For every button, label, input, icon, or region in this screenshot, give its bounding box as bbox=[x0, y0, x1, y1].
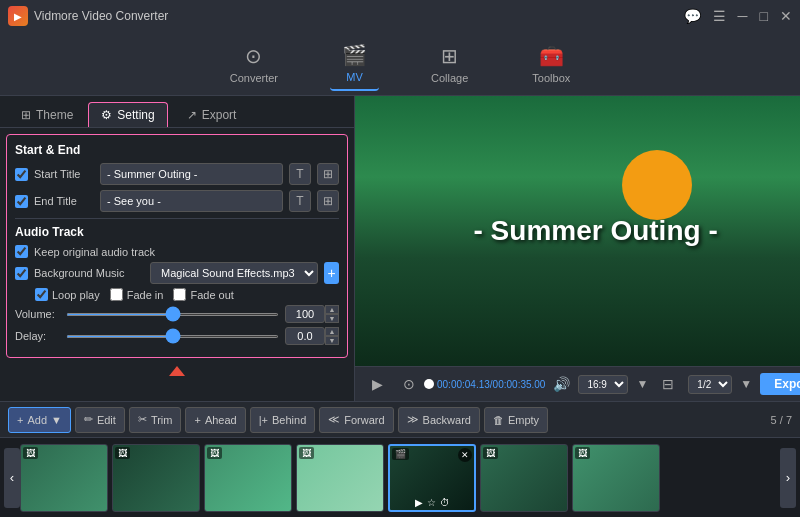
play-btn[interactable]: ▶ bbox=[365, 372, 389, 396]
background-music-checkbox[interactable] bbox=[15, 267, 28, 280]
maximize-btn[interactable]: □ bbox=[760, 8, 768, 24]
loop-play-checkbox[interactable] bbox=[35, 288, 48, 301]
backward-label: Backward bbox=[423, 414, 471, 426]
film-item-5-delete[interactable]: ✕ bbox=[458, 448, 472, 462]
layout-btn[interactable]: ⊟ bbox=[656, 372, 680, 396]
empty-label: Empty bbox=[508, 414, 539, 426]
film-clock-btn[interactable]: ⏱ bbox=[440, 497, 450, 508]
behind-icon: |+ bbox=[259, 414, 268, 426]
page-dropdown-icon[interactable]: ▼ bbox=[740, 377, 752, 391]
film-item-6[interactable]: 🖼 bbox=[480, 444, 568, 512]
nav-bar: ⊙ Converter 🎬 MV ⊞ Collage 🧰 Toolbox bbox=[0, 32, 800, 96]
time-display: 00:00:04.13/00:00:35.00 bbox=[437, 379, 545, 390]
music-file-select[interactable]: Magical Sound Effects.mp3 bbox=[150, 262, 318, 284]
nav-toolbox[interactable]: 🧰 Toolbox bbox=[520, 38, 582, 90]
ratio-dropdown-icon[interactable]: ▼ bbox=[636, 377, 648, 391]
app-icon: ▶ bbox=[8, 6, 28, 26]
forward-btn[interactable]: ≪ Forward bbox=[319, 407, 393, 433]
end-title-checkbox[interactable] bbox=[15, 195, 28, 208]
collage-label: Collage bbox=[431, 72, 468, 84]
start-title-grid-btn[interactable]: ⊞ bbox=[317, 163, 339, 185]
delay-slider[interactable] bbox=[66, 335, 279, 338]
volume-icon[interactable]: 🔊 bbox=[553, 376, 570, 392]
start-title-font-btn[interactable]: T bbox=[289, 163, 311, 185]
delay-up-btn[interactable]: ▲ bbox=[325, 327, 339, 336]
volume-slider[interactable] bbox=[66, 313, 279, 316]
edit-btn[interactable]: ✏ Edit bbox=[75, 407, 125, 433]
start-title-label: Start Title bbox=[34, 168, 94, 180]
film-item-2[interactable]: 🖼 bbox=[112, 444, 200, 512]
end-title-font-btn[interactable]: T bbox=[289, 190, 311, 212]
film-item-3[interactable]: 🖼 bbox=[204, 444, 292, 512]
film-play-btn[interactable]: ▶ bbox=[415, 497, 423, 508]
minimize-btn[interactable]: ─ bbox=[738, 8, 748, 24]
start-end-section-label: Start & End bbox=[15, 143, 339, 157]
right-panel: - Summer Outing - ▶ ⊙ 00:00:04.13/00:00:… bbox=[355, 96, 800, 401]
film-item-1-icon: 🖼 bbox=[23, 447, 38, 459]
end-title-grid-btn[interactable]: ⊞ bbox=[317, 190, 339, 212]
stop-btn[interactable]: ⊙ bbox=[397, 372, 421, 396]
export-icon: ↗ bbox=[187, 108, 197, 122]
ahead-btn[interactable]: + Ahead bbox=[185, 407, 245, 433]
setting-tab-label: Setting bbox=[117, 108, 154, 122]
playback-options-row: Loop play Fade in Fade out bbox=[15, 288, 339, 301]
filmstrip-prev-btn[interactable]: ‹ bbox=[4, 448, 20, 508]
filmstrip-next-btn[interactable]: › bbox=[780, 448, 796, 508]
page-count: 5 / 7 bbox=[771, 414, 792, 426]
fade-out-option: Fade out bbox=[173, 288, 233, 301]
keep-original-checkbox[interactable] bbox=[15, 245, 28, 258]
fade-out-checkbox[interactable] bbox=[173, 288, 186, 301]
backward-btn[interactable]: ≫ Backward bbox=[398, 407, 480, 433]
fade-in-option: Fade in bbox=[110, 288, 164, 301]
start-title-checkbox[interactable] bbox=[15, 168, 28, 181]
add-btn[interactable]: + Add ▼ bbox=[8, 407, 71, 433]
film-item-7[interactable]: 🖼 bbox=[572, 444, 660, 512]
backward-icon: ≫ bbox=[407, 413, 419, 426]
app-title: Vidmore Video Converter bbox=[34, 9, 168, 23]
empty-icon: 🗑 bbox=[493, 414, 504, 426]
close-btn[interactable]: ✕ bbox=[780, 8, 792, 24]
left-panel: ⊞ Theme ⚙ Setting ↗ Export Start & End S… bbox=[0, 96, 355, 401]
ratio-select[interactable]: 16:9 bbox=[578, 375, 628, 394]
nav-mv[interactable]: 🎬 MV bbox=[330, 37, 379, 91]
tab-setting[interactable]: ⚙ Setting bbox=[88, 102, 167, 127]
add-music-btn[interactable]: + bbox=[324, 262, 339, 284]
title-bar-controls[interactable]: 💬 ☰ ─ □ ✕ bbox=[684, 8, 792, 24]
delay-down-btn[interactable]: ▼ bbox=[325, 336, 339, 345]
volume-down-btn[interactable]: ▼ bbox=[325, 314, 339, 323]
video-controls: ▶ ⊙ 00:00:04.13/00:00:35.00 🔊 16:9 ▼ ⊟ 1… bbox=[355, 366, 800, 401]
behind-btn[interactable]: |+ Behind bbox=[250, 407, 316, 433]
film-item-1[interactable]: 🖼 bbox=[20, 444, 108, 512]
start-title-row: Start Title T ⊞ bbox=[15, 163, 339, 185]
nav-converter[interactable]: ⊙ Converter bbox=[218, 38, 290, 90]
film-item-5-icon: 🎬 bbox=[392, 448, 409, 460]
tab-theme[interactable]: ⊞ Theme bbox=[8, 102, 86, 127]
edit-label: Edit bbox=[97, 414, 116, 426]
delay-spinner[interactable]: ▲ ▼ bbox=[325, 327, 339, 345]
start-title-input[interactable] bbox=[100, 163, 283, 185]
forward-icon: ≪ bbox=[328, 413, 340, 426]
nav-collage[interactable]: ⊞ Collage bbox=[419, 38, 480, 90]
page-select[interactable]: 1/2 bbox=[688, 375, 732, 394]
film-item-4[interactable]: 🖼 bbox=[296, 444, 384, 512]
trim-label: Trim bbox=[151, 414, 173, 426]
film-item-3-icon: 🖼 bbox=[207, 447, 222, 459]
delay-value[interactable] bbox=[285, 327, 325, 345]
volume-up-btn[interactable]: ▲ bbox=[325, 305, 339, 314]
arrow-indicator bbox=[0, 364, 354, 378]
volume-spinner[interactable]: ▲ ▼ bbox=[325, 305, 339, 323]
empty-btn[interactable]: 🗑 Empty bbox=[484, 407, 548, 433]
volume-value[interactable] bbox=[285, 305, 325, 323]
menu-icon[interactable]: ☰ bbox=[713, 8, 726, 24]
fade-in-checkbox[interactable] bbox=[110, 288, 123, 301]
end-title-input[interactable] bbox=[100, 190, 283, 212]
trim-btn[interactable]: ✂ Trim bbox=[129, 407, 182, 433]
film-star-btn[interactable]: ☆ bbox=[427, 497, 436, 508]
converter-label: Converter bbox=[230, 72, 278, 84]
chat-icon[interactable]: 💬 bbox=[684, 8, 701, 24]
film-item-5[interactable]: 🎬 ✕ ▶ ☆ ⏱ bbox=[388, 444, 476, 512]
tab-export[interactable]: ↗ Export bbox=[174, 102, 250, 127]
film-item-7-icon: 🖼 bbox=[575, 447, 590, 459]
export-button[interactable]: Export bbox=[760, 373, 800, 395]
add-dropdown-icon: ▼ bbox=[51, 414, 62, 426]
